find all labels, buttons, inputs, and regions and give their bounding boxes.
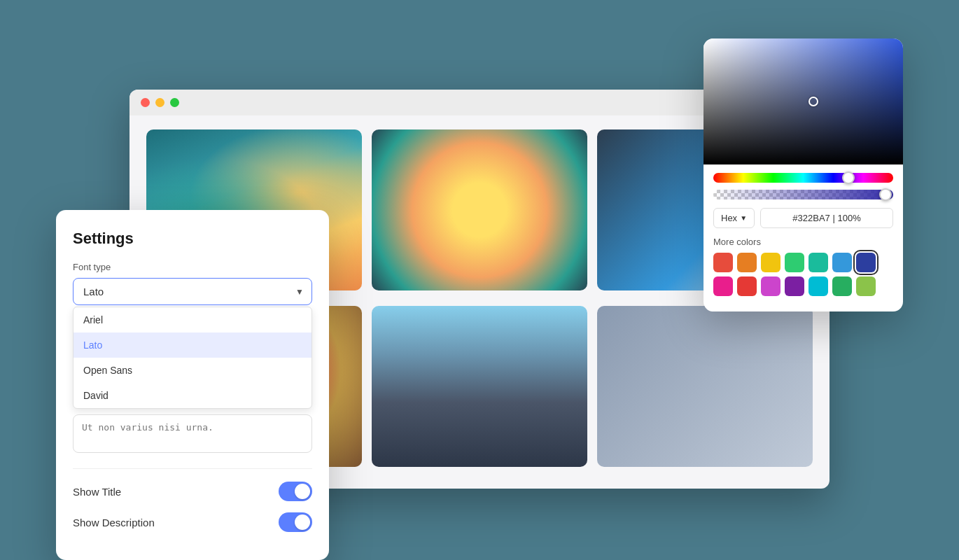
traffic-light-yellow[interactable] — [155, 98, 164, 107]
show-title-toggle[interactable] — [279, 482, 312, 501]
hex-format-select[interactable]: Hex ▼ — [713, 208, 755, 228]
swatch-teal[interactable] — [808, 253, 828, 272]
swatch-yellow[interactable] — [761, 253, 780, 272]
swatch-purple[interactable] — [761, 276, 780, 296]
font-option-ariel[interactable]: Ariel — [74, 307, 312, 332]
show-description-row: Show Description — [73, 512, 312, 532]
font-dropdown-list: Ariel Lato Open Sans David — [73, 307, 312, 409]
show-description-label: Show Description — [73, 517, 155, 528]
color-picker-controls: Hex ▼ — [704, 164, 903, 228]
show-title-row: Show Title — [73, 482, 312, 501]
hex-format-chevron-icon: ▼ — [740, 214, 747, 222]
color-picker-panel: Hex ▼ More colors — [704, 38, 903, 312]
alpha-slider[interactable] — [713, 190, 893, 200]
settings-panel: Settings Font type Lato ▼ Ariel Lato Ope… — [56, 210, 329, 560]
description-textarea[interactable] — [73, 414, 312, 453]
show-description-toggle[interactable] — [279, 512, 312, 532]
traffic-light-green[interactable] — [170, 98, 179, 107]
more-colors-label: More colors — [704, 237, 903, 247]
swatch-red[interactable] — [713, 253, 733, 272]
hex-row: Hex ▼ — [713, 208, 893, 228]
traffic-light-red[interactable] — [141, 98, 150, 107]
swatches-row-1 — [704, 253, 903, 272]
swatch-orange[interactable] — [737, 253, 757, 272]
photo-boy — [372, 130, 587, 290]
swatch-cyan[interactable] — [808, 276, 828, 296]
font-type-select-wrapper: Lato ▼ — [73, 278, 312, 305]
swatch-blue[interactable] — [832, 253, 852, 272]
swatch-forest-green[interactable] — [832, 276, 852, 296]
swatch-hot-pink[interactable] — [713, 276, 733, 296]
font-option-lato[interactable]: Lato — [74, 332, 312, 358]
font-type-label: Font type — [73, 262, 312, 272]
hex-value-input[interactable] — [760, 208, 893, 228]
show-title-label: Show Title — [73, 486, 121, 498]
photo-extra — [597, 306, 813, 467]
swatch-green[interactable] — [785, 253, 804, 272]
hue-thumb[interactable] — [842, 172, 855, 184]
swatch-lime[interactable] — [856, 276, 876, 296]
color-picker-cursor[interactable] — [808, 97, 818, 106]
color-canvas[interactable] — [704, 38, 903, 164]
swatch-dark-purple[interactable] — [785, 276, 804, 296]
font-option-opensans[interactable]: Open Sans — [74, 358, 312, 383]
swatch-crimson[interactable] — [737, 276, 757, 296]
hex-format-label: Hex — [721, 213, 737, 223]
swatches-row-2 — [704, 276, 903, 296]
font-type-select[interactable]: Lato — [73, 278, 312, 305]
alpha-thumb[interactable] — [879, 188, 892, 201]
photo-group — [372, 306, 587, 467]
swatch-dark-blue[interactable] — [856, 253, 876, 272]
hue-slider[interactable] — [713, 173, 893, 183]
settings-title: Settings — [73, 230, 312, 248]
font-option-david[interactable]: David — [74, 383, 312, 408]
divider — [73, 468, 312, 469]
